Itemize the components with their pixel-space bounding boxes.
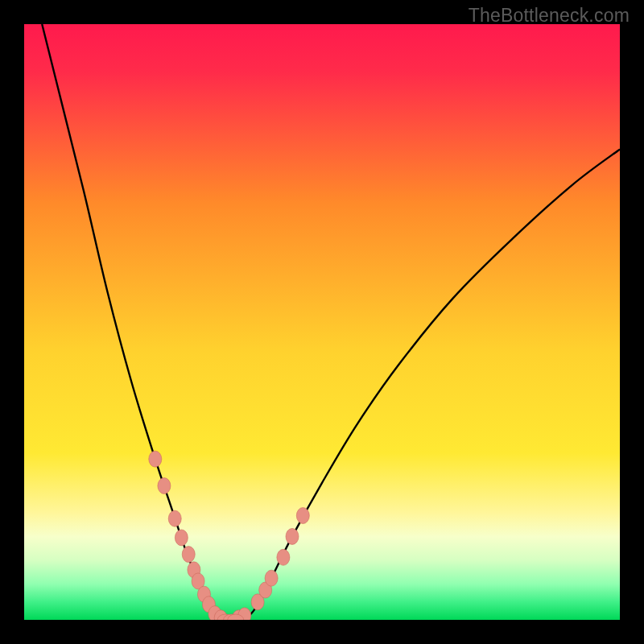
- data-marker: [277, 549, 290, 565]
- watermark-text: TheBottleneck.com: [469, 5, 630, 27]
- bottleneck-curve: [24, 24, 620, 620]
- data-marker: [265, 570, 278, 586]
- data-marker: [182, 547, 195, 563]
- data-marker: [149, 451, 162, 467]
- curve-left: [42, 24, 221, 620]
- curve-right: [245, 149, 620, 620]
- chart-frame: TheBottleneck.com: [0, 0, 644, 644]
- data-marker: [286, 528, 299, 544]
- data-marker: [296, 508, 309, 524]
- data-marker: [168, 510, 181, 526]
- data-marker: [158, 478, 171, 494]
- data-markers: [149, 451, 310, 620]
- plot-area: [24, 24, 620, 620]
- data-marker: [175, 530, 188, 546]
